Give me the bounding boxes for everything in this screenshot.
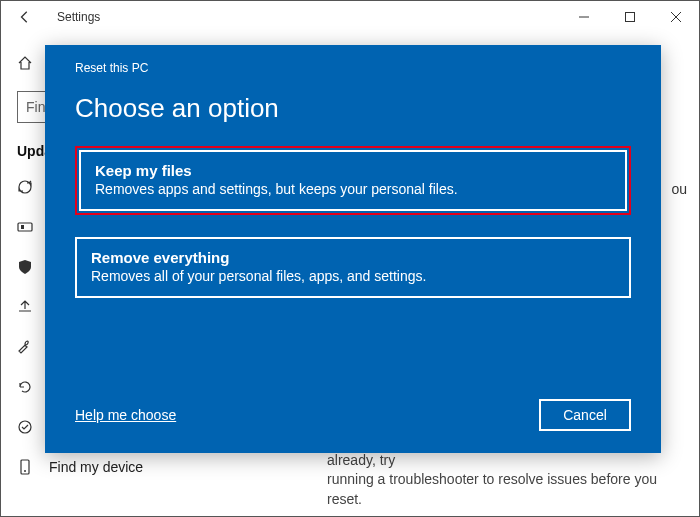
arrow-left-icon: [18, 10, 32, 24]
app-title: Settings: [57, 10, 100, 24]
option-title: Remove everything: [91, 249, 615, 266]
text-fragment: ou: [671, 181, 687, 197]
wrench-icon: [17, 339, 33, 355]
window-controls: [561, 1, 699, 33]
sidebar-item-find-device[interactable]: Find my device: [17, 447, 301, 487]
highlight-indicator: Keep my files Removes apps and settings,…: [75, 146, 631, 215]
delivery-icon: [17, 219, 33, 235]
svg-rect-4: [18, 223, 32, 231]
cancel-button[interactable]: Cancel: [539, 399, 631, 431]
svg-rect-5: [21, 225, 24, 229]
home-icon: [17, 55, 33, 71]
svg-point-6: [19, 421, 31, 433]
maximize-button[interactable]: [607, 1, 653, 33]
recovery-icon: [17, 379, 33, 395]
option-desc: Removes apps and settings, but keeps you…: [95, 181, 611, 197]
close-icon: [671, 12, 681, 22]
help-link[interactable]: Help me choose: [75, 407, 176, 423]
sidebar-item-label: Find my device: [49, 459, 143, 475]
svg-rect-1: [626, 13, 635, 22]
activation-icon: [17, 419, 33, 435]
sync-icon: [17, 179, 33, 195]
title-bar: Settings: [1, 1, 699, 33]
option-desc: Removes all of your personal files, apps…: [91, 268, 615, 284]
dialog-title: Choose an option: [75, 93, 631, 124]
dialog-breadcrumb: Reset this PC: [75, 61, 631, 75]
find-device-icon: [17, 459, 33, 475]
minimize-icon: [579, 12, 589, 22]
minimize-button[interactable]: [561, 1, 607, 33]
svg-point-8: [24, 470, 26, 472]
backup-icon: [17, 299, 33, 315]
option-remove-everything[interactable]: Remove everything Removes all of your pe…: [75, 237, 631, 298]
option-title: Keep my files: [95, 162, 611, 179]
dialog-footer: Help me choose Cancel: [75, 399, 631, 431]
shield-icon: [17, 259, 33, 275]
close-button[interactable]: [653, 1, 699, 33]
reset-pc-dialog: Reset this PC Choose an option Keep my f…: [45, 45, 661, 453]
maximize-icon: [625, 12, 635, 22]
back-button[interactable]: [9, 1, 41, 33]
option-keep-files[interactable]: Keep my files Removes apps and settings,…: [79, 150, 627, 211]
